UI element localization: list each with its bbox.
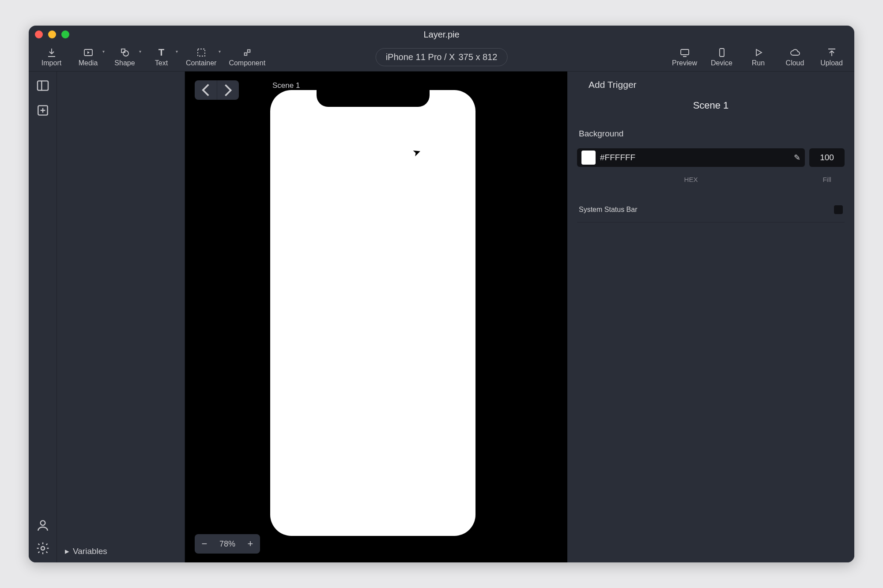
media-button[interactable]: Media bbox=[76, 47, 100, 67]
preview-button[interactable]: Preview bbox=[672, 47, 697, 67]
svg-rect-4 bbox=[681, 49, 689, 55]
background-section-label: Background bbox=[577, 129, 845, 139]
component-button[interactable]: Component bbox=[229, 47, 265, 67]
device-label: Device bbox=[711, 59, 732, 67]
zoom-value: 78% bbox=[214, 539, 241, 549]
variables-label: Variables bbox=[73, 547, 107, 556]
app-body: ▸ Variables Scene 1 ➤ − 78% + bbox=[29, 72, 854, 562]
svg-point-1 bbox=[123, 51, 128, 56]
device-button[interactable]: Device bbox=[709, 47, 734, 67]
variables-toggle[interactable]: ▸ Variables bbox=[57, 540, 185, 562]
import-label: Import bbox=[42, 59, 61, 67]
device-dimensions: 375 x 812 bbox=[458, 52, 497, 62]
upload-button[interactable]: Upload bbox=[819, 47, 844, 67]
preview-label: Preview bbox=[672, 59, 697, 67]
window-controls bbox=[35, 30, 69, 38]
hex-sublabel: HEX bbox=[577, 176, 805, 183]
device-notch bbox=[317, 90, 430, 107]
maximize-window-button[interactable] bbox=[61, 30, 69, 38]
device-name: iPhone 11 Pro / X bbox=[386, 52, 455, 62]
svg-rect-3 bbox=[198, 49, 205, 56]
forward-button[interactable] bbox=[217, 80, 239, 100]
toolbar: Import Media Shape T Text Container Comp… bbox=[29, 43, 854, 72]
container-label: Container bbox=[186, 59, 216, 67]
zoom-control: − 78% + bbox=[195, 534, 260, 554]
container-button[interactable]: Container bbox=[186, 47, 216, 67]
device-chip[interactable]: iPhone 11 Pro / X 375 x 812 bbox=[376, 48, 508, 66]
chevron-right-icon: ▸ bbox=[65, 546, 69, 556]
plus-square-icon bbox=[36, 103, 50, 117]
text-icon: T bbox=[156, 47, 167, 58]
cursor-icon: ➤ bbox=[411, 146, 423, 159]
app-window: Layer.pie Import Media Shape T Text Cont… bbox=[29, 26, 854, 562]
eyedropper-icon[interactable]: ✎ bbox=[794, 153, 800, 162]
upload-icon bbox=[826, 47, 837, 58]
close-window-button[interactable] bbox=[35, 30, 43, 38]
svg-rect-5 bbox=[720, 49, 724, 57]
cloud-label: Cloud bbox=[786, 59, 804, 67]
fill-value: 100 bbox=[820, 153, 834, 162]
play-icon bbox=[753, 47, 764, 58]
upload-label: Upload bbox=[820, 59, 843, 67]
panels-toggle-button[interactable] bbox=[36, 79, 50, 93]
back-button[interactable] bbox=[195, 80, 217, 100]
canvas[interactable]: Scene 1 ➤ − 78% + bbox=[185, 72, 567, 562]
component-label: Component bbox=[229, 59, 265, 67]
monitor-icon bbox=[679, 47, 690, 58]
titlebar: Layer.pie bbox=[29, 26, 854, 43]
shape-button[interactable]: Shape bbox=[113, 47, 137, 67]
component-icon bbox=[242, 47, 253, 58]
run-button[interactable]: Run bbox=[746, 47, 770, 67]
left-rail bbox=[29, 72, 57, 562]
fill-input[interactable]: 100 bbox=[809, 148, 845, 167]
color-swatch[interactable] bbox=[581, 151, 596, 165]
media-icon bbox=[83, 47, 94, 58]
layers-panel: ▸ Variables bbox=[57, 72, 185, 562]
status-bar-label: System Status Bar bbox=[579, 206, 638, 214]
run-label: Run bbox=[752, 59, 765, 67]
minimize-window-button[interactable] bbox=[48, 30, 56, 38]
cloud-icon bbox=[790, 47, 800, 58]
shape-icon bbox=[120, 47, 130, 58]
hex-value: #FFFFFF bbox=[600, 153, 635, 162]
svg-point-8 bbox=[40, 520, 45, 525]
arrow-left-icon bbox=[195, 80, 217, 100]
container-icon bbox=[196, 47, 207, 58]
window-title: Layer.pie bbox=[29, 30, 854, 40]
media-label: Media bbox=[79, 59, 98, 67]
download-icon bbox=[46, 47, 57, 58]
shape-label: Shape bbox=[114, 59, 135, 67]
add-trigger-button[interactable]: Add Trigger bbox=[577, 78, 845, 92]
text-label: Text bbox=[155, 59, 168, 67]
gear-icon bbox=[36, 541, 50, 555]
device-frame[interactable]: ➤ bbox=[270, 90, 475, 536]
fill-sublabel: Fill bbox=[809, 176, 845, 183]
status-bar-checkbox[interactable] bbox=[834, 205, 843, 214]
zoom-in-button[interactable]: + bbox=[241, 538, 260, 550]
arrow-right-icon bbox=[217, 80, 239, 100]
import-button[interactable]: Import bbox=[39, 47, 64, 67]
sidebar-icon bbox=[36, 79, 50, 93]
status-bar-row: System Status Bar bbox=[577, 203, 845, 222]
svg-point-9 bbox=[41, 547, 45, 550]
phone-icon bbox=[717, 47, 727, 58]
history-nav bbox=[195, 80, 239, 100]
inspector-scene-name: Scene 1 bbox=[577, 100, 845, 111]
svg-rect-6 bbox=[38, 81, 48, 90]
background-sublabels: HEX Fill bbox=[577, 176, 845, 183]
add-panel-button[interactable] bbox=[36, 103, 50, 117]
scene-label[interactable]: Scene 1 bbox=[272, 81, 300, 90]
background-row: #FFFFFF ✎ 100 bbox=[577, 148, 845, 167]
settings-button[interactable] bbox=[36, 541, 50, 555]
inspector-panel: Add Trigger Scene 1 Background #FFFFFF ✎… bbox=[567, 72, 854, 562]
user-icon bbox=[36, 518, 50, 532]
account-button[interactable] bbox=[36, 518, 50, 532]
text-button[interactable]: T Text bbox=[149, 47, 174, 67]
cloud-button[interactable]: Cloud bbox=[783, 47, 807, 67]
hex-input[interactable]: #FFFFFF ✎ bbox=[577, 148, 805, 167]
zoom-out-button[interactable]: − bbox=[195, 538, 214, 550]
